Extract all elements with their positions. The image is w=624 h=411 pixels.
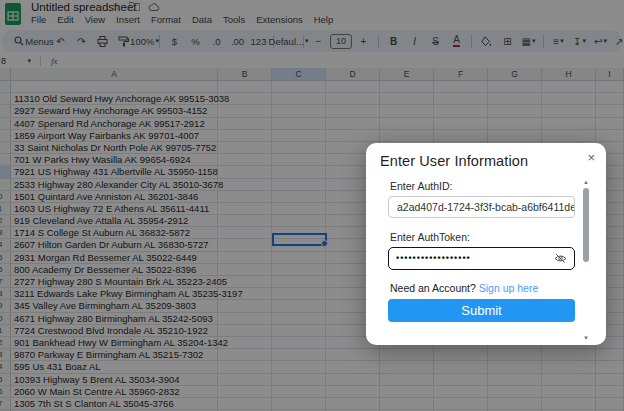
dialog-title: Enter User Information xyxy=(380,153,528,169)
signup-link[interactable]: Sign up here xyxy=(479,282,539,294)
submit-button[interactable]: Submit xyxy=(388,299,575,322)
authid-input[interactable]: a2ad407d-1724-3f3f-bcab-a6bf6411de98 xyxy=(388,196,575,218)
app-window: Untitled spreadsheet ☆ FileEditViewInser… xyxy=(0,0,624,411)
enter-user-information-dialog: Enter User Information × Enter AuthID: a… xyxy=(366,143,606,345)
dialog-scrollbar[interactable]: ▲ ▼ xyxy=(582,179,590,341)
scroll-up-icon[interactable]: ▲ xyxy=(583,179,589,185)
close-icon[interactable]: × xyxy=(587,150,595,165)
scrollbar-thumb[interactable] xyxy=(583,188,589,262)
scroll-down-icon[interactable]: ▼ xyxy=(583,335,589,341)
authid-label: Enter AuthID: xyxy=(390,180,452,192)
authtoken-input[interactable]: •••••••••••••••••• xyxy=(388,247,575,270)
masked-password-value: •••••••••••••••••• xyxy=(396,254,554,263)
account-prompt: Need an Account? Sign up here xyxy=(390,282,538,294)
authtoken-label: Enter AuthToken: xyxy=(390,231,470,243)
show-password-icon[interactable] xyxy=(554,252,567,265)
